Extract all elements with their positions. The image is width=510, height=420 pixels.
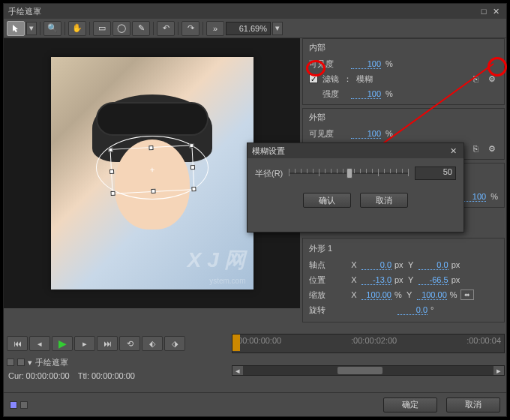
time-mark-0: :00:00:00:00 xyxy=(236,336,281,345)
mask-center-icon: + xyxy=(149,165,154,174)
inner-export-icon[interactable]: ⎘ xyxy=(470,74,482,84)
blur-settings-dialog: 模糊设置 ✕ 半径(R) 50 xyxy=(247,142,464,232)
inner-visibility-value[interactable]: 100 xyxy=(351,59,381,69)
inner-visibility-label: 可见度 xyxy=(309,58,346,70)
footer-swatch-2[interactable] xyxy=(20,401,28,409)
cur-label: Cur: xyxy=(8,371,24,380)
outer-export-icon[interactable]: ⎘ xyxy=(470,143,482,154)
inner-visibility-unit: % xyxy=(386,59,393,68)
watermark-sub: ystem.com xyxy=(209,277,245,285)
window-title: 手绘遮罩 xyxy=(8,6,478,17)
timeline-scrollbar[interactable]: ◂ ▸ xyxy=(232,365,505,376)
radius-slider[interactable] xyxy=(289,166,409,181)
shape-section: 外形 1 轴点 X 0.0 px Y 0.0 px 位置 X -13.0 px … xyxy=(302,238,505,322)
hand-tool-icon[interactable]: ✋ xyxy=(68,21,86,36)
pos-label: 位置 xyxy=(309,274,346,286)
scale-y-value[interactable]: 100.00 xyxy=(417,290,447,300)
titlebar: 手绘遮罩 □ ✕ xyxy=(4,4,506,19)
radius-slider-thumb[interactable] xyxy=(346,168,352,178)
goto-end-icon[interactable]: ⏭ xyxy=(97,336,118,351)
pointer-tool-icon[interactable] xyxy=(7,21,25,36)
scale-x-value[interactable]: 100.00 xyxy=(362,290,392,300)
step-forward-icon[interactable]: ▸ xyxy=(74,336,95,351)
image-canvas[interactable]: + X J 网 ystem.com xyxy=(51,57,254,290)
inner-strength-unit: % xyxy=(386,89,393,98)
dialog-title: 模糊设置 xyxy=(252,146,447,157)
dialog-ok-button[interactable]: 确认 xyxy=(303,193,351,208)
loop-icon[interactable]: ⟲ xyxy=(119,336,140,351)
footer: 确定 取消 xyxy=(4,392,506,416)
link-scale-icon[interactable]: ⬌ xyxy=(460,290,474,300)
outer-visibility-label: 可见度 xyxy=(309,128,346,140)
inner-settings-icon[interactable]: ⚙ xyxy=(486,74,498,84)
zoom-dropdown-icon[interactable]: ▾ xyxy=(272,22,283,35)
outer-title: 外部 xyxy=(309,112,498,123)
inner-filter-value[interactable]: 模糊 xyxy=(356,74,373,85)
outer-visibility-unit: % xyxy=(386,129,393,138)
step-back-icon[interactable]: ◂ xyxy=(29,336,50,351)
inner-strength-label: 强度 xyxy=(309,88,346,100)
playhead[interactable] xyxy=(232,334,240,351)
rect-tool-icon[interactable]: ▭ xyxy=(93,21,111,36)
cur-value: 00:00:00:00 xyxy=(26,371,70,380)
track-toggle-2[interactable] xyxy=(17,358,25,366)
scroll-thumb[interactable] xyxy=(338,367,382,374)
inner-title: 内部 xyxy=(309,42,498,53)
goto-start-icon[interactable]: ⏮ xyxy=(7,336,28,351)
ttl-label: Ttl: xyxy=(78,371,89,380)
next-key-icon[interactable]: ⬗ xyxy=(164,336,185,351)
mask-rect-outline[interactable]: + xyxy=(110,145,194,194)
dialog-titlebar[interactable]: 模糊设置 ✕ xyxy=(248,143,464,158)
side-strength-unit: % xyxy=(490,192,498,201)
radius-label: 半径(R) xyxy=(255,168,283,179)
rot-label: 旋转 xyxy=(309,304,346,316)
pen-tool-icon[interactable]: ✎ xyxy=(132,21,150,36)
cancel-button[interactable]: 取消 xyxy=(446,398,500,412)
outer-visibility-value[interactable]: 100 xyxy=(351,129,381,139)
axis-y-value[interactable]: 0.0 xyxy=(418,260,448,270)
inner-filter-label: 滤镜 xyxy=(322,74,339,85)
footer-swatch-1[interactable] xyxy=(10,401,17,409)
status-row: Cur: 00:00:00:00 Ttl: 00:00:00:00 xyxy=(8,371,135,380)
scale-label: 缩放 xyxy=(309,290,346,301)
watermark-text: X J 网 xyxy=(188,246,246,274)
axis-x-value[interactable]: 0.0 xyxy=(362,260,392,270)
dialog-close-icon[interactable]: ✕ xyxy=(447,146,459,156)
axis-label: 轴点 xyxy=(309,260,346,271)
pos-x-value[interactable]: -13.0 xyxy=(362,275,392,285)
toolbar: ▾ 🔍 ✋ ▭ ◯ ✎ ↶ ↷ » 61.69% ▾ xyxy=(4,19,506,38)
time-mark-2: :00:00:04 xyxy=(466,336,501,345)
rot-value[interactable]: 0.0 xyxy=(398,305,428,315)
inner-filter-checkbox[interactable]: ✓ xyxy=(309,74,318,83)
track-label: 手绘遮罩 xyxy=(35,357,68,368)
zoom-tool-icon[interactable]: 🔍 xyxy=(44,21,62,36)
ellipse-tool-icon[interactable]: ◯ xyxy=(112,21,130,36)
zoom-input[interactable]: 61.69% xyxy=(226,22,271,35)
ttl-value: 00:00:00:00 xyxy=(92,371,135,380)
more-tool-icon[interactable]: » xyxy=(206,21,224,36)
ok-button[interactable]: 确定 xyxy=(383,398,437,412)
dialog-cancel-button[interactable]: 取消 xyxy=(360,193,408,208)
track-toggle-1[interactable] xyxy=(7,358,14,366)
outer-settings-icon[interactable]: ⚙ xyxy=(486,143,498,154)
inner-section: 内部 可见度 100 % ✓ 滤镜 ： 模糊 ⎘ ⚙ 强度 100 % xyxy=(302,38,505,105)
scroll-left-icon[interactable]: ◂ xyxy=(232,366,243,375)
prev-key-icon[interactable]: ⬖ xyxy=(142,336,163,351)
undo-icon[interactable]: ↶ xyxy=(157,21,175,36)
inner-filter-sep: ： xyxy=(344,74,352,85)
close-button[interactable]: ✕ xyxy=(490,6,502,16)
play-icon[interactable]: ▶ xyxy=(52,336,73,351)
pointer-dropdown-icon[interactable]: ▾ xyxy=(26,22,37,35)
inner-strength-value[interactable]: 100 xyxy=(351,89,381,99)
scroll-right-icon[interactable]: ▸ xyxy=(494,366,504,375)
radius-input[interactable]: 50 xyxy=(415,166,456,180)
time-mark-1: :00:00:02:00 xyxy=(351,336,397,345)
timeline-ruler[interactable]: :00:00:00:00 :00:00:02:00 :00:00:04 xyxy=(232,334,505,353)
pos-y-value[interactable]: -66.5 xyxy=(418,275,448,285)
redo-icon[interactable]: ↷ xyxy=(182,21,200,36)
restore-button[interactable]: □ xyxy=(478,6,490,16)
shape-title: 外形 1 xyxy=(309,243,498,254)
